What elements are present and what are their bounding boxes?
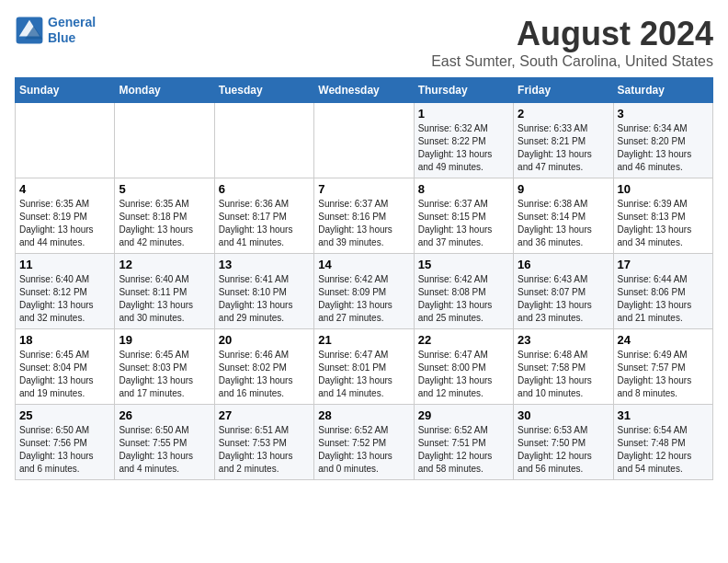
day-number: 27 xyxy=(219,408,310,422)
column-header-sunday: Sunday xyxy=(16,78,115,103)
day-number: 9 xyxy=(518,182,609,196)
day-number: 30 xyxy=(518,408,609,422)
calendar-cell: 12Sunrise: 6:40 AMSunset: 8:11 PMDayligh… xyxy=(115,254,214,329)
day-detail: Sunrise: 6:52 AMSunset: 7:52 PMDaylight:… xyxy=(318,424,409,476)
main-title: August 2024 xyxy=(431,15,713,53)
day-number: 23 xyxy=(518,333,609,347)
day-detail: Sunrise: 6:48 AMSunset: 7:58 PMDaylight:… xyxy=(518,349,609,400)
calendar-cell: 9Sunrise: 6:38 AMSunset: 8:14 PMDaylight… xyxy=(514,178,613,254)
day-detail: Sunrise: 6:51 AMSunset: 7:53 PMDaylight:… xyxy=(219,424,310,476)
day-number: 29 xyxy=(418,408,509,422)
calendar-header-row: SundayMondayTuesdayWednesdayThursdayFrid… xyxy=(16,78,713,103)
day-detail: Sunrise: 6:35 AMSunset: 8:18 PMDaylight:… xyxy=(119,198,210,249)
day-detail: Sunrise: 6:50 AMSunset: 7:55 PMDaylight:… xyxy=(119,424,210,476)
day-number: 4 xyxy=(19,182,110,196)
column-header-thursday: Thursday xyxy=(414,78,513,103)
calendar-cell: 24Sunrise: 6:49 AMSunset: 7:57 PMDayligh… xyxy=(613,329,712,405)
day-number: 2 xyxy=(518,107,609,121)
day-number: 20 xyxy=(219,333,310,347)
day-detail: Sunrise: 6:43 AMSunset: 8:07 PMDaylight:… xyxy=(518,273,609,325)
day-detail: Sunrise: 6:54 AMSunset: 7:48 PMDaylight:… xyxy=(618,424,709,476)
day-detail: Sunrise: 6:42 AMSunset: 8:09 PMDaylight:… xyxy=(318,273,409,325)
calendar-cell: 18Sunrise: 6:45 AMSunset: 8:04 PMDayligh… xyxy=(16,329,115,405)
subtitle: East Sumter, South Carolina, United Stat… xyxy=(431,53,713,70)
calendar-cell: 26Sunrise: 6:50 AMSunset: 7:55 PMDayligh… xyxy=(115,405,214,480)
day-detail: Sunrise: 6:50 AMSunset: 7:56 PMDaylight:… xyxy=(19,424,110,476)
day-detail: Sunrise: 6:34 AMSunset: 8:20 PMDaylight:… xyxy=(618,122,709,174)
day-detail: Sunrise: 6:40 AMSunset: 8:11 PMDaylight:… xyxy=(119,273,210,325)
day-number: 11 xyxy=(19,258,110,271)
day-detail: Sunrise: 6:32 AMSunset: 8:22 PMDaylight:… xyxy=(418,122,509,174)
calendar-cell: 3Sunrise: 6:34 AMSunset: 8:20 PMDaylight… xyxy=(613,103,712,178)
day-number: 5 xyxy=(119,182,210,196)
day-number: 7 xyxy=(318,182,409,196)
calendar-cell: 27Sunrise: 6:51 AMSunset: 7:53 PMDayligh… xyxy=(214,405,313,480)
column-header-wednesday: Wednesday xyxy=(314,78,414,103)
logo-line1: General xyxy=(48,15,96,29)
day-detail: Sunrise: 6:37 AMSunset: 8:15 PMDaylight:… xyxy=(418,198,509,249)
day-number: 13 xyxy=(219,258,310,271)
calendar-cell: 25Sunrise: 6:50 AMSunset: 7:56 PMDayligh… xyxy=(16,405,115,480)
day-number: 17 xyxy=(618,258,709,271)
calendar-cell xyxy=(16,103,115,178)
day-number: 25 xyxy=(19,408,110,422)
calendar-cell: 17Sunrise: 6:44 AMSunset: 8:06 PMDayligh… xyxy=(613,254,712,329)
calendar-cell: 14Sunrise: 6:42 AMSunset: 8:09 PMDayligh… xyxy=(314,254,414,329)
day-detail: Sunrise: 6:47 AMSunset: 8:00 PMDaylight:… xyxy=(418,349,509,400)
calendar-week-3: 11Sunrise: 6:40 AMSunset: 8:12 PMDayligh… xyxy=(16,254,713,329)
calendar-cell: 21Sunrise: 6:47 AMSunset: 8:01 PMDayligh… xyxy=(314,329,414,405)
day-detail: Sunrise: 6:37 AMSunset: 8:16 PMDaylight:… xyxy=(318,198,409,249)
calendar-cell: 22Sunrise: 6:47 AMSunset: 8:00 PMDayligh… xyxy=(414,329,513,405)
calendar-cell xyxy=(115,103,214,178)
calendar-body: 1Sunrise: 6:32 AMSunset: 8:22 PMDaylight… xyxy=(16,103,713,480)
day-detail: Sunrise: 6:33 AMSunset: 8:21 PMDaylight:… xyxy=(518,122,609,174)
day-detail: Sunrise: 6:41 AMSunset: 8:10 PMDaylight:… xyxy=(219,273,310,325)
day-number: 10 xyxy=(618,182,709,196)
day-number: 12 xyxy=(119,258,210,271)
day-detail: Sunrise: 6:35 AMSunset: 8:19 PMDaylight:… xyxy=(19,198,110,249)
calendar-cell: 20Sunrise: 6:46 AMSunset: 8:02 PMDayligh… xyxy=(214,329,313,405)
calendar-cell: 1Sunrise: 6:32 AMSunset: 8:22 PMDaylight… xyxy=(414,103,513,178)
day-detail: Sunrise: 6:47 AMSunset: 8:01 PMDaylight:… xyxy=(318,349,409,400)
day-number: 22 xyxy=(418,333,509,347)
day-number: 6 xyxy=(219,182,310,196)
day-detail: Sunrise: 6:46 AMSunset: 8:02 PMDaylight:… xyxy=(219,349,310,400)
day-number: 28 xyxy=(318,408,409,422)
logo-text: General Blue xyxy=(48,15,96,46)
column-header-saturday: Saturday xyxy=(613,78,712,103)
day-number: 18 xyxy=(19,333,110,347)
calendar-week-1: 1Sunrise: 6:32 AMSunset: 8:22 PMDaylight… xyxy=(16,103,713,178)
day-number: 3 xyxy=(618,107,709,121)
calendar-week-2: 4Sunrise: 6:35 AMSunset: 8:19 PMDaylight… xyxy=(16,178,713,254)
calendar-cell: 11Sunrise: 6:40 AMSunset: 8:12 PMDayligh… xyxy=(16,254,115,329)
calendar-cell xyxy=(314,103,414,178)
day-number: 19 xyxy=(119,333,210,347)
day-number: 24 xyxy=(618,333,709,347)
calendar-cell: 29Sunrise: 6:52 AMSunset: 7:51 PMDayligh… xyxy=(414,405,513,480)
calendar-cell xyxy=(214,103,313,178)
day-number: 31 xyxy=(618,408,709,422)
calendar-cell: 6Sunrise: 6:36 AMSunset: 8:17 PMDaylight… xyxy=(214,178,313,254)
calendar-cell: 16Sunrise: 6:43 AMSunset: 8:07 PMDayligh… xyxy=(514,254,613,329)
calendar-cell: 28Sunrise: 6:52 AMSunset: 7:52 PMDayligh… xyxy=(314,405,414,480)
column-header-monday: Monday xyxy=(115,78,214,103)
calendar-cell: 13Sunrise: 6:41 AMSunset: 8:10 PMDayligh… xyxy=(214,254,313,329)
day-detail: Sunrise: 6:36 AMSunset: 8:17 PMDaylight:… xyxy=(219,198,310,249)
calendar-cell: 15Sunrise: 6:42 AMSunset: 8:08 PMDayligh… xyxy=(414,254,513,329)
day-detail: Sunrise: 6:45 AMSunset: 8:03 PMDaylight:… xyxy=(119,349,210,400)
logo: General Blue xyxy=(15,15,96,46)
day-detail: Sunrise: 6:45 AMSunset: 8:04 PMDaylight:… xyxy=(19,349,110,400)
day-number: 8 xyxy=(418,182,509,196)
day-detail: Sunrise: 6:52 AMSunset: 7:51 PMDaylight:… xyxy=(418,424,509,476)
day-detail: Sunrise: 6:40 AMSunset: 8:12 PMDaylight:… xyxy=(19,273,110,325)
calendar-cell: 10Sunrise: 6:39 AMSunset: 8:13 PMDayligh… xyxy=(613,178,712,254)
day-number: 15 xyxy=(418,258,509,271)
day-detail: Sunrise: 6:39 AMSunset: 8:13 PMDaylight:… xyxy=(618,198,709,249)
day-detail: Sunrise: 6:53 AMSunset: 7:50 PMDaylight:… xyxy=(518,424,609,476)
day-number: 21 xyxy=(318,333,409,347)
calendar-cell: 5Sunrise: 6:35 AMSunset: 8:18 PMDaylight… xyxy=(115,178,214,254)
logo-icon xyxy=(15,16,44,45)
calendar-cell: 2Sunrise: 6:33 AMSunset: 8:21 PMDaylight… xyxy=(514,103,613,178)
calendar-table: SundayMondayTuesdayWednesdayThursdayFrid… xyxy=(15,77,713,480)
day-detail: Sunrise: 6:44 AMSunset: 8:06 PMDaylight:… xyxy=(618,273,709,325)
